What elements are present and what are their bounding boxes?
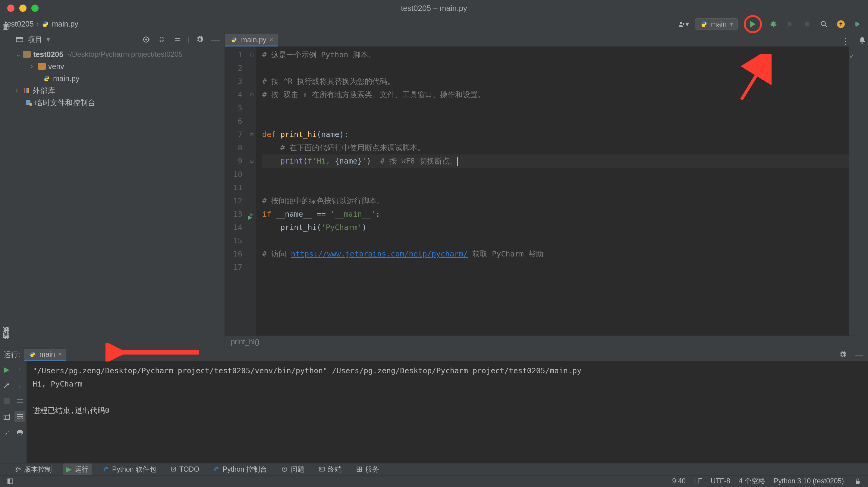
close-tab-icon[interactable]: ×: [58, 350, 62, 358]
svg-point-0: [680, 22, 682, 24]
svg-point-3: [821, 21, 826, 25]
tab-python-console[interactable]: Python 控制台: [211, 463, 270, 475]
stop-button[interactable]: [802, 19, 812, 30]
scroll-to-end-icon[interactable]: [14, 411, 25, 422]
run-tab[interactable]: main ×: [24, 349, 66, 361]
tab-todo[interactable]: TODO: [168, 464, 202, 475]
code-editor[interactable]: 1 2 3 4 5 6 7 8 9 10 11 12 13 14 15 16 1…: [225, 47, 856, 336]
svg-rect-25: [357, 467, 359, 469]
status-indent[interactable]: 4 个空格: [739, 477, 765, 486]
title-bar: test0205 – main.py: [0, 0, 868, 16]
tab-run[interactable]: ▶运行: [63, 463, 92, 475]
tool-window-toggle-icon[interactable]: [5, 476, 16, 487]
expand-all-icon[interactable]: [156, 34, 167, 45]
run-tool-window: 运行: main × — ▶ ↑ ↓ "/Users/pg: [0, 348, 868, 463]
coverage-button[interactable]: [785, 19, 796, 30]
tab-terminal[interactable]: 终端: [316, 463, 345, 475]
debug-button[interactable]: [768, 19, 779, 30]
breadcrumb-project[interactable]: test0205: [5, 20, 34, 28]
status-interpreter[interactable]: Python 3.10 (test0205): [774, 477, 844, 485]
project-tree[interactable]: ⌄ test0205 ~/Desktop/Pycharm project/tes…: [12, 47, 224, 110]
svg-rect-14: [4, 398, 10, 404]
wrench-icon[interactable]: [1, 380, 12, 391]
run-configuration-dropdown[interactable]: main ▾: [695, 19, 738, 30]
hide-panel-icon[interactable]: —: [210, 34, 221, 45]
fold-gutter[interactable]: ⊟⊟⊟⊟▶: [248, 47, 256, 336]
print-icon[interactable]: [14, 427, 25, 438]
tree-item-venv[interactable]: › venv: [12, 60, 224, 73]
search-button[interactable]: [818, 19, 830, 30]
svg-rect-18: [18, 433, 22, 435]
chevron-right-icon[interactable]: ›: [31, 62, 36, 70]
close-window-button[interactable]: [7, 4, 14, 12]
editor-breadcrumb[interactable]: print_hi(): [225, 336, 856, 348]
tree-item-mainpy[interactable]: main.py: [12, 73, 224, 85]
status-encoding[interactable]: UTF-8: [711, 477, 730, 485]
svg-rect-2: [805, 22, 809, 26]
status-line-ending[interactable]: LF: [694, 477, 702, 485]
down-icon[interactable]: ↓: [14, 380, 25, 391]
code-content[interactable]: # 这是一个示例 Python 脚本。 # 按 ^R 执行或将其替换为您的代码。…: [256, 47, 849, 336]
library-icon: [23, 87, 30, 94]
run-console[interactable]: "/Users/pg.zeng/Desktop/Pycharm project/…: [27, 361, 868, 463]
hide-panel-icon[interactable]: —: [854, 349, 864, 360]
breadcrumb[interactable]: test0205 › main.py: [5, 20, 79, 28]
soft-wrap-icon[interactable]: [14, 396, 25, 406]
play-icon: [750, 21, 755, 27]
svg-rect-27: [357, 469, 359, 471]
editor-inspection-strip[interactable]: ✓: [849, 47, 856, 336]
status-cursor-pos[interactable]: 9:40: [672, 477, 686, 485]
chevron-right-icon[interactable]: ›: [16, 87, 21, 94]
layout-icon[interactable]: [1, 411, 12, 422]
rerun-icon[interactable]: ▶: [1, 364, 12, 375]
line-number-gutter: 1 2 3 4 5 6 7 8 9 10 11 12 13 14 15 16 1…: [225, 47, 248, 336]
lock-icon[interactable]: [852, 476, 863, 487]
stop-icon[interactable]: [1, 396, 12, 406]
tab-problems[interactable]: 问题: [278, 463, 307, 475]
svg-rect-6: [16, 37, 23, 39]
maximize-window-button[interactable]: [31, 4, 38, 12]
pin-icon[interactable]: [1, 427, 12, 438]
run-gutter-icon[interactable]: ▶: [248, 210, 252, 224]
notifications-icon[interactable]: [857, 35, 868, 46]
tab-python-packages[interactable]: Python 软件包: [100, 463, 159, 475]
python-icon: [28, 350, 36, 359]
chevron-down-icon[interactable]: ⌄: [16, 50, 21, 58]
chevron-down-icon[interactable]: ▾: [46, 35, 50, 44]
svg-point-1: [771, 22, 775, 26]
add-user-icon[interactable]: ▾: [678, 19, 689, 30]
gear-icon[interactable]: [194, 34, 205, 45]
editor-tab-mainpy[interactable]: main.py ×: [225, 34, 278, 47]
right-tool-gutter: [856, 32, 868, 348]
tree-root-label: test0205: [33, 50, 63, 59]
editor-tab-bar: main.py × ⋮: [225, 32, 856, 47]
svg-rect-10: [26, 88, 27, 93]
tree-root[interactable]: ⌄ test0205 ~/Desktop/Pycharm project/tes…: [12, 48, 224, 60]
tree-root-path: ~/Desktop/Pycharm project/test0205: [66, 50, 183, 59]
project-panel-header: 项目 ▾ | —: [12, 32, 224, 47]
minimize-window-button[interactable]: [19, 4, 27, 12]
run-config-label: main: [711, 20, 727, 28]
collapse-all-icon[interactable]: [172, 34, 183, 45]
code-with-me-icon[interactable]: [852, 19, 863, 30]
run-button[interactable]: [744, 15, 762, 33]
project-panel-title[interactable]: 项目: [28, 35, 42, 45]
svg-point-8: [146, 39, 147, 40]
chevron-down-icon: ▾: [730, 20, 733, 28]
up-icon[interactable]: ↑: [14, 364, 25, 375]
tree-item-external-libs[interactable]: › 外部库: [12, 85, 224, 96]
folder-icon: [23, 51, 31, 58]
tab-services[interactable]: 服务: [353, 463, 382, 475]
ide-updates-icon[interactable]: [835, 19, 846, 30]
python-file-icon: [42, 74, 51, 83]
console-exit-line: 进程已结束,退出代码0: [33, 404, 862, 417]
breadcrumb-file[interactable]: main.py: [52, 20, 79, 28]
close-tab-icon[interactable]: ×: [270, 36, 273, 44]
locate-icon[interactable]: [141, 34, 152, 45]
more-icon[interactable]: ⋮: [840, 36, 851, 47]
tab-vcs[interactable]: 版本控制: [12, 463, 55, 475]
svg-point-19: [16, 467, 18, 468]
tree-item-scratches[interactable]: 临时文件和控制台: [12, 96, 224, 109]
svg-rect-16: [18, 430, 22, 431]
gear-icon[interactable]: [837, 349, 848, 360]
